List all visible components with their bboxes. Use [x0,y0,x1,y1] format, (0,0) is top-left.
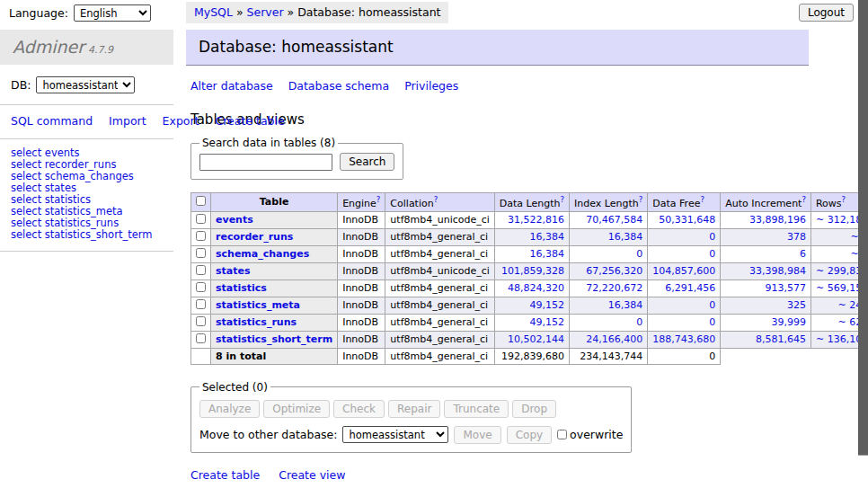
scrollbar[interactable] [858,0,868,488]
sidebar-select-statistics-short-term[interactable]: select statistics_short_term [11,228,152,241]
sidebar-link-export[interactable]: Export [163,114,199,128]
create-table-link[interactable]: Create table [190,468,260,482]
cell-auto-increment-link[interactable]: 33,898,196 [749,214,806,226]
search-input[interactable] [199,154,332,171]
cell-data-length-link[interactable]: 31,522,816 [508,214,564,226]
sidebar-link-create-table[interactable]: Create table [216,114,285,128]
cell-auto-increment-link[interactable]: 325 [787,299,806,311]
check-all-checkbox[interactable] [196,196,206,206]
copy-button[interactable]: Copy [507,426,552,444]
sidebar-select-statistics-meta[interactable]: select statistics_meta [11,205,123,217]
drop-button[interactable]: Drop [512,400,556,418]
row-checkbox[interactable] [196,299,206,309]
optimize-button[interactable]: Optimize [263,400,330,418]
cell-index-length-link[interactable]: 16,384 [608,299,643,311]
search-button[interactable]: Search [340,153,394,171]
action-database-schema[interactable]: Database schema [288,79,389,93]
cell-auto-increment-link[interactable]: 378 [787,231,806,243]
cell-data-length-link[interactable]: 101,859,328 [501,265,564,277]
cell-auto-increment-link[interactable]: 39,999 [771,316,806,328]
cell-data-length-link[interactable]: 48,824,320 [508,282,564,294]
create-view-link[interactable]: Create view [279,468,345,482]
sidebar-link-import[interactable]: Import [109,114,146,128]
cell-index-length-link[interactable]: 16,384 [608,231,643,243]
sidebar-select-recorder-runs[interactable]: select recorder_runs [11,158,116,171]
cell-auto-increment-link[interactable]: 913,577 [765,282,806,294]
check-button[interactable]: Check [333,400,385,418]
cell-data-free-link[interactable]: 6,291,456 [665,282,715,294]
row-checkbox[interactable] [196,316,206,326]
table-name-link[interactable]: statistics [216,282,267,294]
table-name-link[interactable]: events [216,214,253,226]
help-icon[interactable]: ? [434,195,438,204]
db-select[interactable]: homeassistant [36,76,135,93]
cell-data-free-link[interactable]: 0 [709,248,715,260]
cell-data-free-link[interactable]: 50,331,648 [659,214,715,226]
cell-data-free-link[interactable]: 188,743,680 [652,333,715,345]
table-name-link[interactable]: schema_changes [216,248,309,260]
sidebar-select-events[interactable]: select events [11,146,80,159]
cell-data-free-link[interactable]: 0 [709,299,715,311]
tables-overview: TableEngine?Collation?Data Length?Index … [190,192,868,365]
sidebar-link-sql-command[interactable]: SQL command [11,114,93,128]
scrollbar-thumb[interactable] [858,0,868,456]
sidebar-select-schema-changes[interactable]: select schema_changes [11,170,134,182]
column-header-data-length: Data Length? [494,193,569,212]
cell-data-length-link[interactable]: 10,502,144 [508,333,564,345]
breadcrumb-item-mysql[interactable]: MySQL [194,5,233,19]
help-icon[interactable]: ? [842,195,846,204]
cell-auto-increment-link[interactable]: 6 [800,248,806,260]
cell-data-length-link[interactable]: 16,384 [530,248,565,260]
help-icon[interactable]: ? [376,195,381,204]
sidebar-select-statistics[interactable]: select statistics [11,193,91,206]
move-label: Move to other database: [199,428,337,441]
cell-collation: utf8mb4_general_ci [385,228,494,245]
cell-index-length-link[interactable]: 24,166,400 [586,333,642,345]
analyze-button[interactable]: Analyze [199,400,260,418]
row-checkbox[interactable] [196,282,206,292]
move-button[interactable]: Move [454,426,500,444]
row-checkbox[interactable] [196,248,206,258]
action-privileges[interactable]: Privileges [404,79,458,93]
row-checkbox[interactable] [196,214,206,224]
repair-button[interactable]: Repair [388,400,440,418]
help-icon[interactable]: ? [802,195,806,204]
sidebar-select-states[interactable]: select states [11,182,76,194]
language-select[interactable]: English [74,4,151,22]
cell-index-length-link[interactable]: 67,256,320 [586,265,642,277]
table-total-row: 8 in totalInnoDButf8mb4_general_ci192,83… [191,348,868,364]
overwrite-checkbox[interactable] [557,430,567,439]
table-name-link[interactable]: states [216,265,251,277]
cell-data-length-link[interactable]: 16,384 [530,231,565,243]
cell-data-free-link[interactable]: 0 [709,316,715,328]
logout-button[interactable]: Logout [799,4,854,22]
action-alter-database[interactable]: Alter database [190,79,273,93]
table-name-link[interactable]: statistics_short_term [216,333,332,345]
selected-legend: Selected (0) [199,381,270,394]
row-checkbox[interactable] [196,333,206,343]
help-icon[interactable]: ? [639,195,643,204]
truncate-button[interactable]: Truncate [444,400,509,418]
cell-auto-increment-link[interactable]: 8,581,645 [756,333,806,345]
row-checkbox[interactable] [196,231,206,241]
cell-auto-increment-link[interactable]: 33,398,984 [749,265,806,277]
help-icon[interactable]: ? [561,195,565,204]
cell-data-length-link[interactable]: 49,152 [530,316,565,328]
table-name-link[interactable]: statistics_runs [216,316,297,328]
cell-data-free-link[interactable]: 0 [709,231,715,243]
move-database-select[interactable]: homeassistant [342,426,448,443]
app-version[interactable]: 4.7.9 [88,44,113,56]
cell-data-length-link[interactable]: 49,152 [530,299,565,311]
cell-index-length-link[interactable]: 70,467,584 [586,214,642,226]
cell-index-length-link[interactable]: 0 [636,316,642,328]
cell-data-free-link[interactable]: 104,857,600 [652,265,715,277]
cell-index-length-link[interactable]: 0 [636,248,642,260]
sidebar-select-statistics-runs[interactable]: select statistics_runs [11,217,119,229]
breadcrumb-item-server[interactable]: Server [247,5,284,19]
help-icon[interactable]: ? [700,195,704,204]
cell-index-length-link[interactable]: 72,220,672 [586,282,642,294]
table-name-link[interactable]: statistics_meta [216,299,300,311]
table-name-link[interactable]: recorder_runs [216,231,293,243]
app-name[interactable]: Adminer [13,37,84,57]
row-checkbox[interactable] [196,265,206,275]
